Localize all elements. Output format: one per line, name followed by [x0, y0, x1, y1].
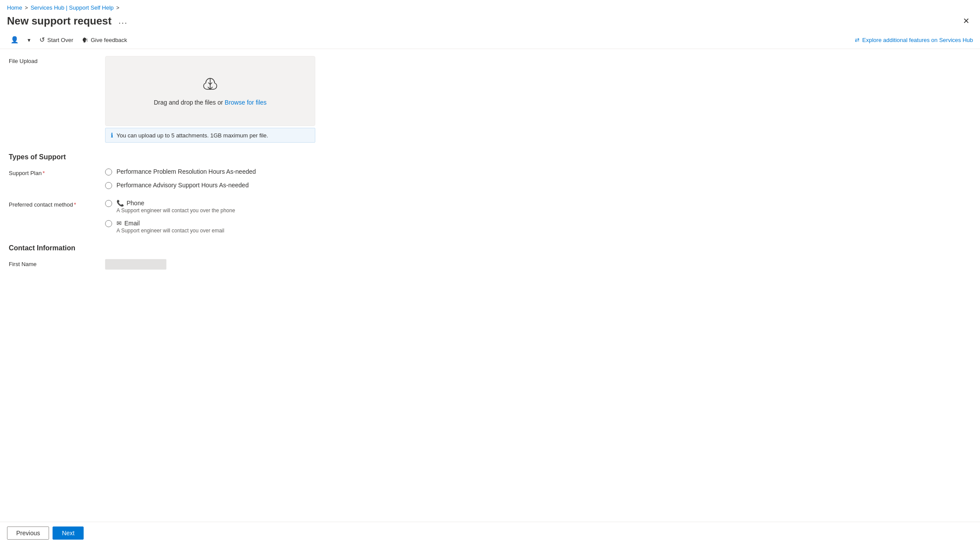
first-name-control [105, 259, 403, 270]
previous-button[interactable]: Previous [7, 526, 49, 540]
first-name-label: First Name [9, 259, 105, 267]
toolbar: 👤 ▾ ↺ Start Over 🗣 Give feedback ⇄ Explo… [0, 31, 980, 49]
explore-icon: ⇄ [855, 37, 860, 43]
support-plan-option-1[interactable]: Performance Problem Resolution Hours As-… [105, 168, 403, 175]
start-over-button[interactable]: ↺ Start Over [36, 34, 77, 46]
upload-text: Drag and drop the files or Browse for fi… [154, 99, 267, 106]
chevron-down-icon: ▾ [28, 37, 31, 43]
breadcrumb-services-hub[interactable]: Services Hub | Support Self Help [31, 4, 114, 11]
support-plan-option-2[interactable]: Performance Advisory Support Hours As-ne… [105, 182, 403, 189]
email-desc: A Support engineer will contact you over… [116, 228, 224, 234]
info-icon: ℹ [111, 132, 113, 139]
bottom-nav: Previous Next [0, 522, 980, 544]
feedback-label: Give feedback [91, 37, 127, 43]
support-plan-label-1: Performance Problem Resolution Hours As-… [116, 168, 256, 175]
dropdown-button[interactable]: ▾ [24, 35, 34, 46]
phone-label: Phone [127, 200, 144, 207]
first-name-placeholder [105, 259, 166, 270]
explore-label: Explore additional features on Services … [862, 37, 973, 43]
file-upload-control: Drag and drop the files or Browse for fi… [105, 56, 403, 143]
explore-link[interactable]: ⇄ Explore additional features on Service… [855, 37, 973, 43]
file-upload-zone[interactable]: Drag and drop the files or Browse for fi… [105, 56, 315, 126]
contact-email-radio[interactable] [105, 220, 112, 227]
file-upload-row: File Upload Drag and drop the files or B… [9, 56, 403, 143]
support-plan-options: Performance Problem Resolution Hours As-… [105, 168, 403, 189]
breadcrumb-sep1: > [25, 5, 28, 11]
upload-cloud-icon [201, 77, 219, 94]
support-plan-radio-2[interactable] [105, 182, 112, 189]
contact-email-option[interactable]: ✉ Email A Support engineer will contact … [105, 220, 403, 234]
breadcrumb-sep2: > [116, 5, 120, 11]
upload-info: ℹ You can upload up to 5 attachments. 1G… [105, 128, 315, 143]
breadcrumb-home[interactable]: Home [7, 4, 22, 11]
give-feedback-button[interactable]: 🗣 Give feedback [78, 34, 130, 46]
phone-label-area: 📞 Phone [116, 200, 235, 207]
file-upload-label: File Upload [9, 56, 105, 64]
contact-method-radio-group: 📞 Phone A Support engineer will contact … [105, 200, 403, 234]
more-options-button[interactable]: ... [116, 15, 130, 28]
support-plan-label: Support Plan* [9, 168, 105, 176]
feedback-icon: 🗣 [82, 36, 88, 44]
support-plan-radio-group: Performance Problem Resolution Hours As-… [105, 168, 403, 189]
email-label: Email [124, 220, 140, 227]
user-profile-button[interactable]: 👤 [7, 34, 22, 46]
preferred-contact-options: 📞 Phone A Support engineer will contact … [105, 200, 403, 234]
phone-icon: 📞 [116, 200, 124, 207]
phone-desc: A Support engineer will contact you over… [116, 207, 235, 214]
preferred-contact-row: Preferred contact method* 📞 Phone A Supp… [9, 200, 403, 234]
support-plan-radio-1[interactable] [105, 168, 112, 175]
first-name-row: First Name [9, 259, 403, 270]
page-header: New support request ... ✕ [0, 13, 980, 31]
contact-info-heading: Contact Information [9, 244, 403, 252]
required-indicator: * [42, 170, 45, 176]
toolbar-left: 👤 ▾ ↺ Start Over 🗣 Give feedback [7, 34, 130, 46]
support-plan-row: Support Plan* Performance Problem Resolu… [9, 168, 403, 189]
upload-info-text: You can upload up to 5 attachments. 1GB … [116, 132, 268, 139]
required-indicator-2: * [74, 201, 76, 208]
preferred-contact-label: Preferred contact method* [9, 200, 105, 208]
next-button[interactable]: Next [53, 526, 84, 540]
main-content: File Upload Drag and drop the files or B… [0, 49, 980, 532]
email-icon: ✉ [116, 220, 122, 227]
types-of-support-heading: Types of Support [9, 153, 403, 161]
breadcrumb: Home > Services Hub | Support Self Help … [0, 0, 980, 13]
start-over-label: Start Over [47, 37, 73, 43]
support-plan-label-2: Performance Advisory Support Hours As-ne… [116, 182, 249, 189]
email-label-area: ✉ Email [116, 220, 224, 227]
refresh-icon: ↺ [39, 36, 45, 44]
close-button[interactable]: ✕ [959, 14, 973, 28]
contact-phone-option[interactable]: 📞 Phone A Support engineer will contact … [105, 200, 403, 214]
form-container: File Upload Drag and drop the files or B… [9, 56, 403, 525]
page-title: New support request [7, 15, 112, 27]
user-icon: 👤 [11, 36, 19, 44]
browse-files-link[interactable]: Browse for files [225, 99, 267, 106]
contact-phone-radio[interactable] [105, 200, 112, 207]
title-area: New support request ... [7, 15, 130, 28]
